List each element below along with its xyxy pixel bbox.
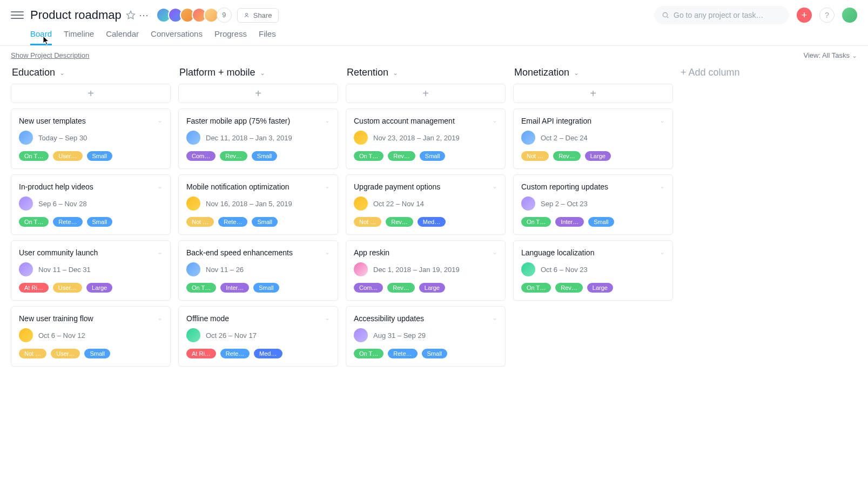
star-icon[interactable] xyxy=(126,10,136,20)
card-menu-icon[interactable]: ⌄ xyxy=(660,117,665,124)
tag[interactable]: Not … xyxy=(19,349,46,358)
tag[interactable]: Small xyxy=(252,151,278,161)
tag[interactable]: On T… xyxy=(521,283,551,293)
column-header[interactable]: Education⌄ xyxy=(11,65,171,84)
tag[interactable]: User… xyxy=(51,349,80,358)
search-input[interactable]: Go to any project or task… xyxy=(654,6,789,24)
card-menu-icon[interactable]: ⌄ xyxy=(157,248,163,256)
chevron-down-icon[interactable]: ⌄ xyxy=(59,69,65,77)
tab-calendar[interactable]: Calendar xyxy=(106,29,139,45)
card-menu-icon[interactable]: ⌄ xyxy=(660,248,665,256)
help-button[interactable]: ? xyxy=(819,8,835,23)
tag[interactable]: Small xyxy=(87,151,113,161)
task-card[interactable]: Custom account management⌄Nov 23, 2018 –… xyxy=(346,109,506,169)
tag[interactable]: Not … xyxy=(521,151,549,161)
tag[interactable]: Not … xyxy=(186,217,214,227)
tag[interactable]: On T… xyxy=(186,283,216,293)
card-menu-icon[interactable]: ⌄ xyxy=(325,182,330,190)
tag[interactable]: Rev… xyxy=(553,151,581,161)
column-header[interactable]: Monetization⌄ xyxy=(513,65,673,84)
tag[interactable]: Rev… xyxy=(387,283,415,293)
chevron-down-icon[interactable]: ⌄ xyxy=(574,69,579,77)
tag[interactable]: At Ri… xyxy=(19,283,49,293)
task-card[interactable]: Back-end speed enhancements⌄Nov 11 – 26O… xyxy=(178,240,338,301)
tag[interactable]: Small xyxy=(87,217,113,227)
tag[interactable]: Inter… xyxy=(220,283,249,293)
assignee-avatar[interactable] xyxy=(354,328,368,342)
tag[interactable]: Large xyxy=(587,283,613,293)
tag[interactable]: Inter… xyxy=(555,217,584,227)
assignee-avatar[interactable] xyxy=(19,262,33,276)
tag[interactable]: Small xyxy=(420,151,446,161)
card-menu-icon[interactable]: ⌄ xyxy=(492,182,497,190)
assignee-avatar[interactable] xyxy=(521,196,535,211)
tag[interactable]: Rev… xyxy=(220,151,247,161)
task-card[interactable]: Upgrade payment options⌄Oct 22 – Nov 14N… xyxy=(346,174,506,235)
assignee-avatar[interactable] xyxy=(186,131,200,145)
tag[interactable]: Com… xyxy=(186,151,216,161)
task-card[interactable]: Email API integration⌄Oct 2 – Dec 24Not … xyxy=(513,109,673,169)
tag[interactable]: Rete… xyxy=(218,217,247,227)
add-column-button[interactable]: + Add column xyxy=(681,65,789,80)
tab-files[interactable]: Files xyxy=(259,29,276,45)
tag[interactable]: Small xyxy=(84,349,110,358)
card-menu-icon[interactable]: ⌄ xyxy=(492,314,497,322)
assignee-avatar[interactable] xyxy=(354,262,368,276)
add-card-button[interactable]: + xyxy=(346,84,506,103)
more-icon[interactable]: ⋯ xyxy=(139,9,150,21)
task-card[interactable]: In-product help videos⌄Sep 6 – Nov 28On … xyxy=(11,174,171,235)
tag[interactable]: User… xyxy=(53,151,82,161)
tag[interactable]: Small xyxy=(588,217,614,227)
tag[interactable]: On T… xyxy=(354,151,383,161)
add-card-button[interactable]: + xyxy=(11,84,171,103)
global-add-button[interactable]: + xyxy=(797,8,812,23)
tag[interactable]: Rete… xyxy=(220,349,250,358)
assignee-avatar[interactable] xyxy=(354,196,368,211)
assignee-avatar[interactable] xyxy=(19,131,33,145)
column-header[interactable]: Platform + mobile⌄ xyxy=(178,65,338,84)
tag[interactable]: Rev… xyxy=(388,151,415,161)
card-menu-icon[interactable]: ⌄ xyxy=(157,182,163,190)
task-card[interactable]: New user training flow⌄Oct 6 – Nov 12Not… xyxy=(11,306,171,367)
menu-icon[interactable] xyxy=(11,9,24,22)
tag[interactable]: User… xyxy=(53,283,82,293)
tag[interactable]: Large xyxy=(86,283,112,293)
tab-timeline[interactable]: Timeline xyxy=(64,29,94,45)
tag[interactable]: Small xyxy=(253,283,279,293)
card-menu-icon[interactable]: ⌄ xyxy=(157,117,163,124)
task-card[interactable]: Offline mode⌄Oct 26 – Nov 17At Ri…Rete…M… xyxy=(178,306,338,367)
assignee-avatar[interactable] xyxy=(186,328,200,342)
assignee-avatar[interactable] xyxy=(186,262,200,276)
tag[interactable]: Med… xyxy=(254,349,282,358)
tag[interactable]: Com… xyxy=(354,283,383,293)
task-card[interactable]: Accessibility updates⌄Aug 31 – Sep 29On … xyxy=(346,306,506,367)
assignee-avatar[interactable] xyxy=(19,196,33,211)
card-menu-icon[interactable]: ⌄ xyxy=(325,314,330,322)
tag[interactable]: On T… xyxy=(19,217,49,227)
task-card[interactable]: Language localization⌄Oct 6 – Nov 23On T… xyxy=(513,240,673,301)
task-card[interactable]: Faster mobile app (75% faster)⌄Dec 11, 2… xyxy=(178,109,338,169)
assignee-avatar[interactable] xyxy=(186,196,200,211)
tag[interactable]: Small xyxy=(252,217,278,227)
card-menu-icon[interactable]: ⌄ xyxy=(492,117,497,124)
column-header[interactable]: Retention⌄ xyxy=(346,65,506,84)
chevron-down-icon[interactable]: ⌄ xyxy=(260,69,265,77)
card-menu-icon[interactable]: ⌄ xyxy=(325,248,330,256)
task-card[interactable]: Custom reporting updates⌄Sep 2 – Oct 23O… xyxy=(513,174,673,235)
task-card[interactable]: Mobile notification optimization⌄Nov 16,… xyxy=(178,174,338,235)
tab-progress[interactable]: Progress xyxy=(214,29,247,45)
tab-conversations[interactable]: Conversations xyxy=(151,29,203,45)
assignee-avatar[interactable] xyxy=(521,262,535,276)
assignee-avatar[interactable] xyxy=(521,131,535,145)
tag[interactable]: Rete… xyxy=(53,217,82,227)
assignee-avatar[interactable] xyxy=(354,131,368,145)
card-menu-icon[interactable]: ⌄ xyxy=(157,314,163,322)
tag[interactable]: Rev… xyxy=(555,283,583,293)
card-menu-icon[interactable]: ⌄ xyxy=(660,182,665,190)
member-avatars[interactable]: 9 xyxy=(159,8,232,23)
tag[interactable]: On T… xyxy=(354,349,383,358)
assignee-avatar[interactable] xyxy=(19,328,33,342)
card-menu-icon[interactable]: ⌄ xyxy=(325,117,330,124)
tag[interactable]: Med… xyxy=(418,217,446,227)
tag[interactable]: Not … xyxy=(354,217,381,227)
